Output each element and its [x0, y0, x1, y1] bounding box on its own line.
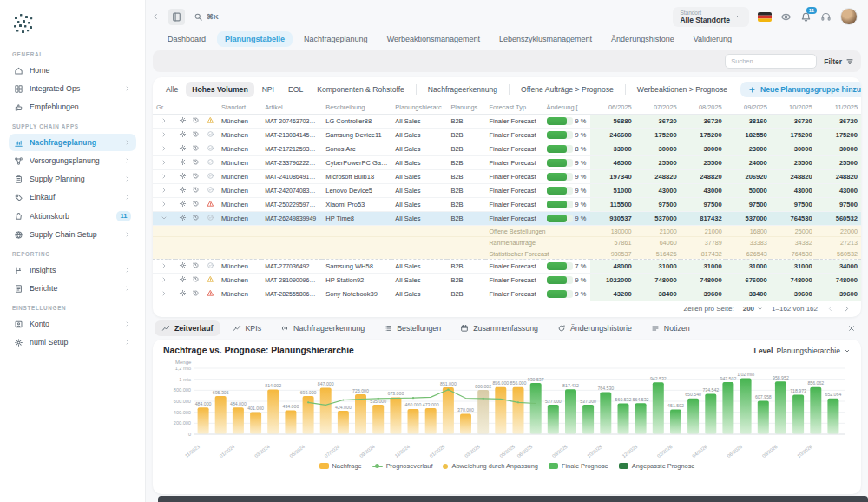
rows-per-page-select[interactable]: 200	[743, 305, 763, 313]
add-planning-group-button[interactable]: Neue Planungsgruppe hinzufügen	[740, 82, 861, 97]
month-value-cell[interactable]: 748000	[681, 274, 726, 287]
panel-tab-zusammenfassung[interactable]: Zusammenfassung	[453, 320, 545, 336]
column-header[interactable]: Standort	[218, 101, 261, 115]
chevron-right-icon[interactable]	[161, 145, 168, 152]
month-value-cell[interactable]: 248820	[816, 170, 861, 184]
germany-flag-icon[interactable]	[758, 12, 772, 22]
column-header[interactable]: 10/2025	[771, 101, 816, 115]
filter-button[interactable]: Filter	[824, 57, 854, 66]
sidebar-item-konto[interactable]: Konto	[9, 315, 136, 333]
column-header[interactable]: Artikel	[261, 101, 322, 115]
month-value-cell[interactable]: 39600	[681, 287, 726, 301]
user-avatar[interactable]	[840, 8, 858, 25]
history-icon[interactable]	[192, 130, 200, 138]
month-value-cell[interactable]: 97500	[681, 198, 726, 212]
column-header[interactable]: Forecast Typ	[485, 101, 542, 115]
month-value-cell[interactable]: 930537	[590, 212, 635, 226]
chip-komponenten-rohstoffe[interactable]: Komponenten & Rohstoffe	[311, 82, 411, 97]
month-value-cell[interactable]: 30000	[635, 142, 681, 156]
notebook-icon[interactable]	[168, 9, 185, 25]
month-value-cell[interactable]: 24000	[726, 156, 771, 170]
month-value-cell[interactable]: 1022000	[590, 274, 635, 287]
panel-tab-änderungshistorie[interactable]: Änderungshistorie	[550, 320, 639, 336]
month-value-cell[interactable]: 36720	[771, 115, 816, 129]
month-value-cell[interactable]: 175200	[771, 129, 816, 142]
sidebar-item-home[interactable]: Home	[9, 62, 136, 79]
history-icon[interactable]	[192, 172, 200, 180]
sidebar-item-integrated-ops[interactable]: Integrated Ops	[9, 80, 136, 97]
chevron-right-icon[interactable]	[161, 159, 168, 166]
gear-icon[interactable]	[179, 172, 187, 180]
month-value-cell[interactable]: 197340	[590, 170, 635, 184]
month-value-cell[interactable]: 175200	[816, 129, 861, 142]
chip-werbeaktionen-prognose[interactable]: Werbeaktionen > Prognose	[631, 82, 733, 97]
notifications-bell-icon[interactable]: 11	[800, 11, 812, 23]
panel-close-icon[interactable]	[847, 324, 856, 333]
history-icon[interactable]	[192, 214, 200, 221]
month-value-cell[interactable]: 43000	[681, 184, 726, 198]
month-value-cell[interactable]: 764530	[771, 212, 816, 226]
month-value-cell[interactable]: 97500	[771, 198, 816, 212]
month-value-cell[interactable]: 97500	[816, 198, 861, 212]
panel-tab-bestellungen[interactable]: Bestellungen	[377, 320, 448, 336]
gear-icon[interactable]	[179, 289, 187, 297]
panel-tab-nachfrageerkennung[interactable]: Nachfrageerkennung	[273, 320, 372, 336]
month-value-cell[interactable]: 560532	[816, 212, 861, 226]
history-icon[interactable]	[192, 275, 200, 283]
history-icon[interactable]	[192, 144, 200, 152]
sidebar-item-supply-planning[interactable]: Supply Planning	[9, 170, 136, 188]
history-icon[interactable]	[192, 116, 200, 124]
gear-icon[interactable]	[179, 158, 187, 166]
table-row[interactable]: MünchenMAT-242074083675Lenovo Device5All…	[153, 184, 861, 198]
month-value-cell[interactable]: 537000	[635, 212, 681, 226]
month-value-cell[interactable]: 34000	[816, 260, 861, 274]
month-value-cell[interactable]: 38160	[726, 115, 771, 129]
search-input[interactable]	[725, 54, 817, 69]
month-value-cell[interactable]: 30000	[816, 142, 861, 156]
panel-tab-zeitverlauf[interactable]: Zeitverlauf	[155, 320, 220, 336]
table-row[interactable]: MünchenMAT-217212593385Sonos ArcAll Sale…	[153, 142, 861, 156]
tab-planungstabelle[interactable]: Planungstabelle	[217, 31, 293, 47]
month-value-cell[interactable]: 38400	[726, 287, 771, 301]
gear-icon[interactable]	[179, 214, 187, 221]
sidebar-item-aktionskorb[interactable]: Aktionskorb11	[9, 207, 136, 225]
sidebar-collapse-button[interactable]	[151, 12, 160, 21]
gear-icon[interactable]	[179, 116, 187, 124]
sidebar-item-supply-chain-setup[interactable]: Supply Chain Setup	[9, 226, 136, 243]
month-value-cell[interactable]: 38400	[635, 287, 681, 301]
month-value-cell[interactable]: 39600	[816, 287, 861, 301]
sidebar-item-berichte[interactable]: Berichte	[9, 280, 136, 297]
chevron-right-icon[interactable]	[161, 173, 168, 180]
table-row[interactable]: MünchenMAT-281090096832HP Station92All S…	[153, 274, 861, 287]
tab-dashboard[interactable]: Dashboard	[160, 31, 214, 47]
month-value-cell[interactable]: 33000	[590, 142, 635, 156]
gear-icon[interactable]	[179, 130, 187, 138]
panel-tab-notizen[interactable]: Notizen	[644, 320, 697, 336]
sidebar-item-nachfrageplanung[interactable]: Nachfrageplanung	[9, 134, 136, 151]
panel-tab-kpis[interactable]: KPIs	[226, 320, 269, 336]
table-row[interactable]: MünchenMAT-213084145648Samsung Device11A…	[153, 129, 861, 142]
chevron-right-icon[interactable]	[161, 117, 168, 124]
sidebar-item-versorgungsplanung[interactable]: Versorgungsplanung	[9, 152, 136, 169]
month-value-cell[interactable]: 748000	[816, 274, 861, 287]
month-value-cell[interactable]: 23000	[726, 142, 771, 156]
tab-lebenszyklusmanagement[interactable]: Lebenszyklusmanagement	[491, 31, 600, 47]
column-header[interactable]: 11/2025	[816, 101, 861, 115]
month-value-cell[interactable]: 43200	[590, 287, 635, 301]
tab-änderungshistorie[interactable]: Änderungshistorie	[603, 31, 682, 47]
chip-hohes-volumen[interactable]: Hohes Volumen	[186, 82, 253, 97]
chevron-down-icon[interactable]	[161, 215, 168, 221]
level-selector[interactable]: Level Planungshierarchie	[753, 347, 851, 355]
month-value-cell[interactable]: 248820	[771, 170, 816, 184]
headset-icon[interactable]	[820, 11, 832, 23]
history-icon[interactable]	[192, 186, 200, 194]
column-header[interactable]: Planungshierarc...	[391, 101, 447, 115]
history-icon[interactable]	[192, 158, 200, 166]
table-row[interactable]: MünchenMAT-282555806714Sony Notebook39Al…	[153, 287, 861, 301]
column-header[interactable]: 09/2025	[726, 101, 771, 115]
chip-npi[interactable]: NPI	[256, 82, 280, 97]
sidebar-item-einkauf[interactable]: Einkauf	[9, 188, 136, 206]
chip-eol[interactable]: EOL	[282, 82, 309, 97]
month-value-cell[interactable]: 537000	[726, 212, 771, 226]
month-value-cell[interactable]: 43000	[771, 184, 816, 198]
